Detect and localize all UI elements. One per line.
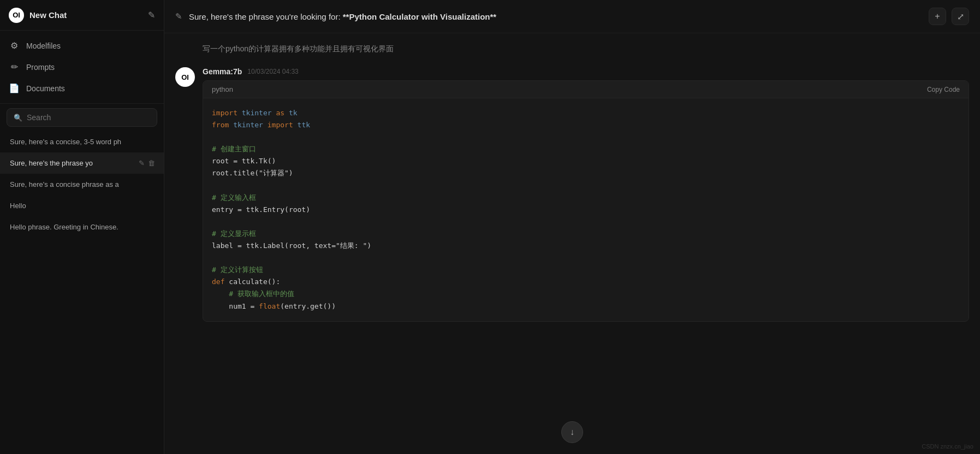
comment-4: # 定义计算按钮 bbox=[212, 266, 263, 274]
list-item[interactable]: Sure, here's the phrase yo ✎ 🗑 bbox=[0, 152, 164, 174]
code-line-entry: entry = ttk.Entry(root) bbox=[212, 205, 310, 214]
share-button[interactable]: ⤢ bbox=[952, 8, 969, 25]
sidebar-item-modelfiles[interactable]: ⚙ Modelfiles bbox=[0, 35, 164, 56]
sidebar: OI New Chat ✎ ⚙ Modelfiles ✏ Prompts 📄 D… bbox=[0, 0, 164, 454]
chat-header: ✎ Sure, here's the phrase you're looking… bbox=[164, 0, 980, 33]
code-line-title: root.title("计算器") bbox=[212, 169, 293, 177]
ident-tkinter: tkinter bbox=[242, 109, 272, 117]
sidebar-logo-area: OI New Chat bbox=[9, 8, 67, 23]
chat-list: Sure, here's a concise, 3-5 word ph Sure… bbox=[0, 131, 164, 454]
code-block: python Copy Code import tkinter as tk fr… bbox=[203, 80, 969, 322]
keyword-import2: import bbox=[268, 121, 293, 129]
message-content: Gemma:7b 10/03/2024 04:33 python Copy Co… bbox=[203, 67, 969, 322]
ident-ttk: ttk bbox=[298, 121, 310, 129]
list-item[interactable]: Sure, here's a concise phrase as a bbox=[0, 174, 164, 195]
list-item[interactable]: Sure, here's a concise, 3-5 word ph bbox=[0, 131, 164, 152]
header-actions: + ⤢ bbox=[929, 8, 969, 25]
watermark: CSDN znzx.cn_jiao bbox=[922, 443, 973, 450]
search-icon: 🔍 bbox=[14, 114, 22, 122]
message-sender: Gemma:7b bbox=[203, 67, 242, 76]
header-bold-title: **Python Calculator with Visualization** bbox=[343, 12, 496, 21]
add-button[interactable]: + bbox=[929, 8, 946, 25]
header-edit-icon[interactable]: ✎ bbox=[175, 11, 182, 21]
keyword-float: float bbox=[259, 302, 280, 310]
chat-item-text: Sure, here's the phrase yo bbox=[10, 159, 134, 167]
search-input[interactable] bbox=[27, 113, 150, 122]
message-time: 10/03/2024 04:33 bbox=[247, 68, 298, 75]
message-block: OI Gemma:7b 10/03/2024 04:33 python Copy… bbox=[175, 67, 969, 322]
chat-item-actions: ✎ 🗑 bbox=[139, 159, 155, 167]
ident-tkinter2: tkinter bbox=[233, 121, 263, 129]
chat-body[interactable]: 写一个python的计算器拥有多种功能并且拥有可视化界面 OI Gemma:7b… bbox=[164, 33, 980, 454]
documents-icon: 📄 bbox=[9, 83, 20, 93]
app-logo: OI bbox=[9, 8, 24, 23]
code-line-root: root = ttk.Tk() bbox=[212, 157, 276, 165]
chat-item-text: Hello bbox=[10, 202, 155, 210]
code-line-num1-prefix: num1 = bbox=[229, 302, 259, 310]
sidebar-nav: ⚙ Modelfiles ✏ Prompts 📄 Documents bbox=[0, 31, 164, 103]
comment-5: # 获取输入框中的值 bbox=[229, 290, 294, 298]
delete-chat-icon[interactable]: 🗑 bbox=[148, 159, 155, 167]
list-item[interactable]: Hello phrase. Greeting in Chinese. bbox=[0, 216, 164, 238]
comment-3: # 定义显示框 bbox=[212, 229, 256, 238]
sidebar-item-prompts[interactable]: ✏ Prompts bbox=[0, 56, 164, 78]
plus-icon: + bbox=[935, 11, 940, 21]
list-item[interactable]: Hello bbox=[0, 195, 164, 216]
chat-item-text: Hello phrase. Greeting in Chinese. bbox=[10, 223, 155, 231]
sidebar-label-prompts: Prompts bbox=[26, 63, 55, 72]
keyword-as: as bbox=[276, 109, 284, 117]
sidebar-label-modelfiles: Modelfiles bbox=[26, 42, 61, 50]
chat-item-text: Sure, here's a concise phrase as a bbox=[10, 180, 155, 188]
modelfiles-icon: ⚙ bbox=[9, 40, 20, 51]
copy-code-button[interactable]: Copy Code bbox=[927, 86, 960, 93]
avatar: OI bbox=[175, 67, 195, 87]
scroll-down-button[interactable]: ↓ bbox=[561, 421, 583, 443]
code-line-label: label = ttk.Label(root, text="结果: ") bbox=[212, 241, 371, 250]
keyword-def: def bbox=[212, 278, 224, 286]
keyword-import: import bbox=[212, 109, 237, 117]
sidebar-header: OI New Chat ✎ bbox=[0, 0, 164, 31]
code-line-num1-suffix: (entry.get()) bbox=[280, 302, 336, 310]
comment-2: # 定义输入框 bbox=[212, 193, 256, 202]
comment-1: # 创建主窗口 bbox=[212, 145, 256, 153]
share-icon: ⤢ bbox=[957, 11, 964, 22]
chat-item-text: Sure, here's a concise, 3-5 word ph bbox=[10, 138, 155, 146]
search-area: 🔍 bbox=[0, 104, 164, 131]
chat-subtitle: 写一个python的计算器拥有多种功能并且拥有可视化界面 bbox=[175, 44, 969, 54]
prompts-icon: ✏ bbox=[9, 62, 20, 72]
new-chat-edit-icon[interactable]: ✎ bbox=[148, 10, 155, 20]
scroll-down-icon: ↓ bbox=[570, 427, 574, 437]
edit-chat-icon[interactable]: ✎ bbox=[139, 159, 145, 167]
chat-header-title: Sure, here's the phrase you're looking f… bbox=[189, 11, 922, 22]
code-header: python Copy Code bbox=[203, 81, 969, 98]
message-meta: Gemma:7b 10/03/2024 04:33 bbox=[203, 67, 969, 76]
sidebar-item-documents[interactable]: 📄 Documents bbox=[0, 78, 164, 99]
func-calculate: calculate(): bbox=[229, 278, 280, 286]
code-language: python bbox=[212, 85, 233, 93]
ident-tk: tk bbox=[289, 109, 298, 117]
sidebar-title: New Chat bbox=[29, 10, 67, 20]
main-content: ✎ Sure, here's the phrase you're looking… bbox=[164, 0, 980, 454]
code-content: import tkinter as tk from tkinter import… bbox=[203, 98, 969, 321]
keyword-from: from bbox=[212, 121, 229, 129]
sidebar-label-documents: Documents bbox=[26, 84, 65, 93]
search-box: 🔍 bbox=[7, 108, 157, 127]
